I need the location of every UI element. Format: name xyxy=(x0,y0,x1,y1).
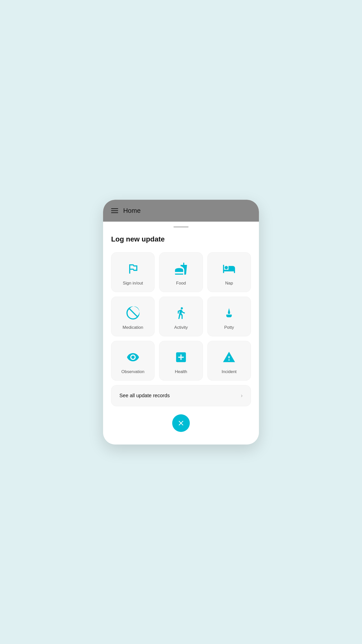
incident-icon xyxy=(221,349,237,365)
grid-item-medication[interactable]: Medication xyxy=(111,297,155,336)
phone-container: Home Log new update Sign in/out Food Nap xyxy=(103,200,259,445)
potty-label: Potty xyxy=(224,325,234,330)
health-label: Health xyxy=(175,369,187,374)
grid-item-activity[interactable]: Activity xyxy=(159,297,203,336)
log-options-grid: Sign in/out Food Nap Medication Activity xyxy=(111,252,251,381)
grid-item-health[interactable]: Health xyxy=(159,341,203,381)
nap-label: Nap xyxy=(225,281,233,286)
grid-item-incident[interactable]: Incident xyxy=(207,341,251,381)
observation-icon xyxy=(125,349,141,365)
see-all-label: See all update records xyxy=(119,393,170,398)
app-header: Home xyxy=(103,200,259,222)
food-icon xyxy=(173,261,189,277)
close-x-icon xyxy=(177,419,185,427)
incident-label: Incident xyxy=(222,369,237,374)
nap-icon xyxy=(221,261,237,277)
potty-icon xyxy=(221,305,237,321)
header-title: Home xyxy=(123,207,141,215)
sheet-handle xyxy=(173,226,189,228)
medication-icon xyxy=(125,305,141,321)
sign-in-out-label: Sign in/out xyxy=(123,281,143,286)
grid-item-sign-in-out[interactable]: Sign in/out xyxy=(111,252,155,292)
see-all-records-row[interactable]: See all update records › xyxy=(111,385,251,406)
observation-label: Observation xyxy=(121,369,145,374)
sheet-content: Log new update Sign in/out Food Nap Medi xyxy=(103,230,259,445)
medication-label: Medication xyxy=(123,325,143,330)
grid-item-potty[interactable]: Potty xyxy=(207,297,251,336)
health-icon xyxy=(173,349,189,365)
chevron-right-icon: › xyxy=(241,392,243,399)
section-title: Log new update xyxy=(111,235,251,243)
activity-label: Activity xyxy=(174,325,188,330)
food-label: Food xyxy=(176,281,186,286)
close-button-wrap xyxy=(111,414,251,432)
activity-icon xyxy=(173,305,189,321)
hamburger-menu-icon[interactable] xyxy=(111,208,118,213)
grid-item-food[interactable]: Food xyxy=(159,252,203,292)
close-button[interactable] xyxy=(172,414,190,432)
badge-icon xyxy=(125,261,141,277)
grid-item-observation[interactable]: Observation xyxy=(111,341,155,381)
grid-item-nap[interactable]: Nap xyxy=(207,252,251,292)
